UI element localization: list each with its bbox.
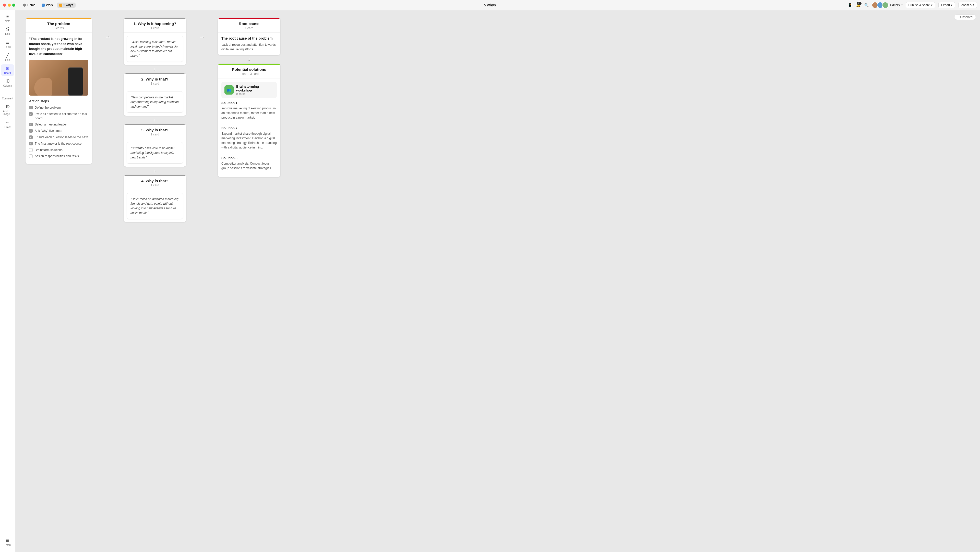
sidebar-item-todo[interactable]: ☰ To-do	[1, 38, 14, 50]
root-solutions-column: Root cause 1 card The root cause of the …	[218, 18, 280, 177]
arrow-why2-to-why3: ↓	[154, 116, 156, 124]
sidebar-item-line[interactable]: ╱ Line	[1, 51, 14, 63]
root-cause-column: Root cause 1 card The root cause of the …	[218, 18, 280, 55]
tab-work-label: Work	[46, 3, 53, 7]
close-button[interactable]	[3, 3, 6, 6]
minimize-button[interactable]	[8, 3, 11, 6]
tab-work[interactable]: Work	[39, 3, 56, 8]
action-item-7: Assign responsibilities and tasks	[29, 154, 88, 158]
tab-home[interactable]: Home	[21, 3, 38, 8]
why2-accent	[124, 73, 186, 74]
solution-1-text: Improve marketing of existing product in…	[221, 106, 277, 120]
brainstorm-icon: 👥	[224, 85, 234, 94]
why2-title: 2. Why is that?	[128, 77, 182, 81]
why2-column: 2. Why is that? 1 card "New competitors …	[124, 73, 186, 116]
solution-3: Solution 3 Competitor analysis. Conduct …	[221, 156, 277, 174]
titlebar: Home Work 5 whys 5 whys 📱 🔔 21 🔍	[0, 0, 490, 10]
sidebar-item-draw[interactable]: ✏ Draw	[1, 118, 14, 130]
action-item-2: Select a meeting leader	[29, 123, 88, 127]
why3-subtitle: 1 card	[128, 132, 182, 136]
page-title: 5 whys	[484, 3, 490, 7]
link-icon: ⛓	[6, 27, 10, 32]
root-cause-title: The root cause of the problem	[221, 36, 277, 40]
board-icon: ⊞	[6, 66, 9, 71]
todo-icon: ☰	[6, 40, 10, 45]
why2-subtitle: 1 card	[128, 82, 182, 85]
why1-header: 1. Why is it happening? 1 card	[124, 18, 186, 33]
why1-accent	[124, 18, 186, 19]
why2-quote: "New competitors in the market outperfor…	[127, 91, 183, 113]
5whys-icon	[59, 3, 62, 6]
sidebar-item-board[interactable]: ⊞ Board	[1, 64, 14, 76]
checkbox-3[interactable]	[29, 129, 33, 132]
sidebar-label-board: Board	[4, 72, 11, 74]
action-item-6: Brainstorm solutions	[29, 148, 88, 152]
brainstorm-info: Brainstorming workshop 0 cards	[236, 85, 274, 95]
problem-subtitle: 3 cards	[30, 26, 88, 30]
maximize-button[interactable]	[12, 3, 15, 6]
why1-quote: "While exisiting customers remain loyal,…	[127, 36, 183, 62]
why4-header: 4. Why is that? 1 card	[124, 175, 186, 190]
checkbox-7[interactable]	[29, 154, 33, 158]
arrow-why-to-root: →	[199, 18, 205, 40]
add-image-icon: 🖼	[6, 105, 10, 109]
brainstorm-board[interactable]: 👥 Brainstorming workshop 0 cards	[221, 82, 277, 98]
whys-column: 1. Why is it happening? 1 card "While ex…	[124, 18, 186, 222]
solutions-accent	[218, 64, 280, 65]
why3-quote: "Currently have little to no digital mar…	[127, 142, 183, 164]
problem-accent	[25, 18, 92, 19]
why1-subtitle: 1 card	[128, 26, 182, 30]
canvas-inner: The problem 3 cards "The product is not …	[25, 18, 480, 222]
solution-3-title: Solution 3	[221, 156, 277, 160]
comment-icon: ···	[6, 92, 9, 96]
arrow-why3-to-why4: ↓	[154, 167, 156, 175]
problem-title: The problem	[30, 21, 88, 26]
sidebar-label-link: Link	[5, 32, 10, 35]
solution-1-title: Solution 1	[221, 101, 277, 105]
checkbox-2[interactable]	[29, 123, 33, 126]
sidebar-label-line: Line	[5, 59, 10, 61]
root-accent	[218, 18, 280, 19]
checkbox-0[interactable]	[29, 106, 33, 109]
sidebar-label-comment: Comment	[2, 97, 13, 100]
action-label-4: Ensure each question leads to the next	[35, 135, 88, 140]
why3-header: 3. Why is that? 1 card	[124, 124, 186, 139]
arrow-problem-to-why1: →	[105, 18, 111, 40]
sidebar-item-comment[interactable]: ··· Comment	[1, 90, 14, 102]
sidebar-item-link[interactable]: ⛓ Link	[1, 26, 14, 37]
checkbox-6[interactable]	[29, 148, 33, 152]
hand-image	[34, 78, 52, 96]
root-title: Root cause	[222, 21, 276, 26]
sidebar-item-note[interactable]: ≡ Note	[1, 13, 14, 24]
arrow-why1-to-why2: ↓	[154, 65, 156, 73]
problem-image	[29, 60, 88, 96]
action-item-5: The final answer is the root course	[29, 142, 88, 146]
why4-subtitle: 1 card	[128, 183, 182, 187]
sidebar-label-draw: Draw	[5, 126, 11, 129]
action-label-7: Assign responsibilities and tasks	[35, 154, 79, 158]
root-body: The root cause of the problem Lack of re…	[218, 33, 280, 55]
solutions-subtitle: 1 board, 3 cards	[222, 72, 276, 76]
sidebar-item-column[interactable]: ⦿ Column	[1, 77, 14, 89]
checkbox-4[interactable]	[29, 136, 33, 139]
sidebar-item-add-image[interactable]: 🖼 Add image	[1, 103, 14, 117]
why1-body: "While exisiting customers remain loyal,…	[124, 33, 186, 65]
why2-header: 2. Why is that? 1 card	[124, 73, 186, 88]
action-item-0: Define the problem	[29, 105, 88, 110]
why4-title: 4. Why is that?	[128, 179, 182, 183]
arrow-root-to-solutions: ↓	[248, 55, 250, 64]
sidebar-label-todo: To-do	[4, 45, 11, 48]
problem-header: The problem 3 cards	[25, 18, 92, 33]
solutions-body: 👥 Brainstorming workshop 0 cards Solutio…	[218, 78, 280, 177]
checkbox-5[interactable]	[29, 142, 33, 145]
checkbox-1[interactable]	[29, 112, 33, 116]
why4-body: "Have relied on outdated marketing funne…	[124, 190, 186, 222]
home-icon	[23, 3, 26, 6]
action-label-0: Define the problem	[35, 105, 60, 110]
solution-2: Solution 2 Expand market share through d…	[221, 126, 277, 153]
solution-3-text: Competitor analysis. Conduct focus group…	[221, 161, 277, 171]
draw-icon: ✏	[6, 120, 9, 125]
tab-5whys[interactable]: 5 whys	[57, 3, 76, 8]
traffic-lights	[3, 3, 15, 6]
action-label-5: The final answer is the root course	[35, 142, 81, 146]
